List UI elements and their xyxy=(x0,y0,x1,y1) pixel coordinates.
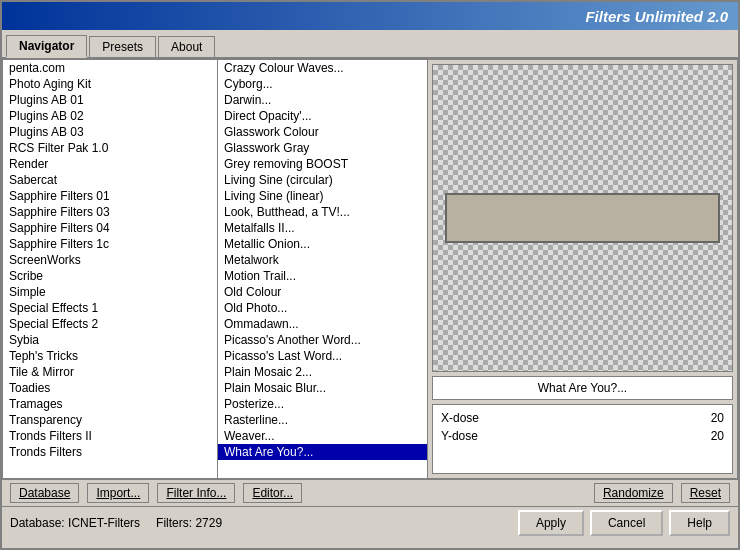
middle-panel-item[interactable]: Look, Butthead, a TV!... xyxy=(218,204,427,220)
left-panel-item[interactable]: Special Effects 1 xyxy=(3,300,217,316)
middle-panel-item[interactable]: Metalfalls II... xyxy=(218,220,427,236)
left-panel-item[interactable]: Teph's Tricks xyxy=(3,348,217,364)
left-panel-item[interactable]: Render xyxy=(3,156,217,172)
left-panel-item[interactable]: Tronds Filters xyxy=(3,444,217,460)
param-row: Y-dose20 xyxy=(437,427,728,445)
middle-panel-item[interactable]: Metalwork xyxy=(218,252,427,268)
middle-panel-item[interactable]: Grey removing BOOST xyxy=(218,156,427,172)
left-panel-item[interactable]: Photo Aging Kit xyxy=(3,76,217,92)
middle-panel-item[interactable]: Posterize... xyxy=(218,396,427,412)
reset-button[interactable]: Reset xyxy=(681,483,730,503)
title-text: Filters Unlimited 2.0 xyxy=(585,8,728,25)
left-panel-item[interactable]: Sapphire Filters 04 xyxy=(3,220,217,236)
middle-panel-item[interactable]: What Are You?... xyxy=(218,444,427,460)
left-panel-item[interactable]: Sybia xyxy=(3,332,217,348)
filters-status: Filters: 2729 xyxy=(156,516,222,530)
left-panel-item[interactable]: Simple xyxy=(3,284,217,300)
action-buttons: Apply Cancel Help xyxy=(518,510,730,536)
tab-navigator[interactable]: Navigator xyxy=(6,35,87,58)
middle-panel-item[interactable]: Plain Mosaic 2... xyxy=(218,364,427,380)
middle-panel-item[interactable]: Motion Trail... xyxy=(218,268,427,284)
import-button[interactable]: Import... xyxy=(87,483,149,503)
editor-button[interactable]: Editor... xyxy=(243,483,302,503)
middle-panel-item[interactable]: Ommadawn... xyxy=(218,316,427,332)
middle-panel-item[interactable]: Darwin... xyxy=(218,92,427,108)
middle-panel-item[interactable]: Metallic Onion... xyxy=(218,236,427,252)
database-button[interactable]: Database xyxy=(10,483,79,503)
left-panel-item[interactable]: Plugins AB 03 xyxy=(3,124,217,140)
middle-panel-item[interactable]: Rasterline... xyxy=(218,412,427,428)
left-panel-item[interactable]: RCS Filter Pak 1.0 xyxy=(3,140,217,156)
middle-panel-item[interactable]: Old Colour xyxy=(218,284,427,300)
left-panel-item[interactable]: Sapphire Filters 03 xyxy=(3,204,217,220)
left-panel-item[interactable]: Plugins AB 01 xyxy=(3,92,217,108)
left-panel-item[interactable]: Sapphire Filters 01 xyxy=(3,188,217,204)
preview-rect xyxy=(445,193,720,243)
param-label: Y-dose xyxy=(441,429,478,443)
tab-presets[interactable]: Presets xyxy=(89,36,156,57)
middle-panel-item[interactable]: Weaver... xyxy=(218,428,427,444)
tab-about[interactable]: About xyxy=(158,36,215,57)
middle-panel-item[interactable]: Direct Opacity'... xyxy=(218,108,427,124)
filter-name-bar: What Are You?... xyxy=(432,376,733,400)
help-button[interactable]: Help xyxy=(669,510,730,536)
left-panel-item[interactable]: Special Effects 2 xyxy=(3,316,217,332)
tabs-bar: Navigator Presets About xyxy=(2,30,738,59)
randomize-button[interactable]: Randomize xyxy=(594,483,673,503)
filter-info-button[interactable]: Filter Info... xyxy=(157,483,235,503)
left-panel-item[interactable]: ScreenWorks xyxy=(3,252,217,268)
left-panel-item[interactable]: Plugins AB 02 xyxy=(3,108,217,124)
preview-area xyxy=(432,64,733,372)
left-panel-item[interactable]: Tile & Mirror xyxy=(3,364,217,380)
left-panel-item[interactable]: Sabercat xyxy=(3,172,217,188)
left-panel[interactable]: penta.comPhoto Aging KitPlugins AB 01Plu… xyxy=(3,60,218,478)
params-area: X-dose20Y-dose20 xyxy=(432,404,733,474)
middle-panel-item[interactable]: Plain Mosaic Blur... xyxy=(218,380,427,396)
filters-value: 2729 xyxy=(195,516,222,530)
param-label: X-dose xyxy=(441,411,479,425)
left-panel-item[interactable]: Transparency xyxy=(3,412,217,428)
param-row: X-dose20 xyxy=(437,409,728,427)
database-status: Database: ICNET-Filters xyxy=(10,516,140,530)
middle-panel-item[interactable]: Glasswork Colour xyxy=(218,124,427,140)
param-value: 20 xyxy=(711,411,724,425)
apply-button[interactable]: Apply xyxy=(518,510,584,536)
left-panel-item[interactable]: Sapphire Filters 1c xyxy=(3,236,217,252)
middle-panel-item[interactable]: Crazy Colour Waves... xyxy=(218,60,427,76)
left-panel-item[interactable]: Scribe xyxy=(3,268,217,284)
bottom-toolbar: Database Import... Filter Info... Editor… xyxy=(2,479,738,506)
cancel-button[interactable]: Cancel xyxy=(590,510,663,536)
main-content: penta.comPhoto Aging KitPlugins AB 01Plu… xyxy=(2,59,738,479)
right-panel: What Are You?... X-dose20Y-dose20 xyxy=(428,60,737,478)
left-panel-item[interactable]: Toadies xyxy=(3,380,217,396)
middle-panel-item[interactable]: Glasswork Gray xyxy=(218,140,427,156)
middle-panel-item[interactable]: Living Sine (linear) xyxy=(218,188,427,204)
status-bar: Database: ICNET-Filters Filters: 2729 Ap… xyxy=(2,506,738,539)
left-panel-item[interactable]: Tramages xyxy=(3,396,217,412)
left-panel-item[interactable]: penta.com xyxy=(3,60,217,76)
title-bar: Filters Unlimited 2.0 xyxy=(2,2,738,30)
left-panel-item[interactable]: Tronds Filters II xyxy=(3,428,217,444)
middle-panel-item[interactable]: Old Photo... xyxy=(218,300,427,316)
middle-panel-item[interactable]: Picasso's Another Word... xyxy=(218,332,427,348)
middle-panel-item[interactable]: Living Sine (circular) xyxy=(218,172,427,188)
middle-panel[interactable]: Crazy Colour Waves...Cyborg...Darwin...D… xyxy=(218,60,428,478)
middle-panel-item[interactable]: Cyborg... xyxy=(218,76,427,92)
middle-panel-item[interactable]: Picasso's Last Word... xyxy=(218,348,427,364)
database-value: ICNET-Filters xyxy=(68,516,140,530)
param-value: 20 xyxy=(711,429,724,443)
